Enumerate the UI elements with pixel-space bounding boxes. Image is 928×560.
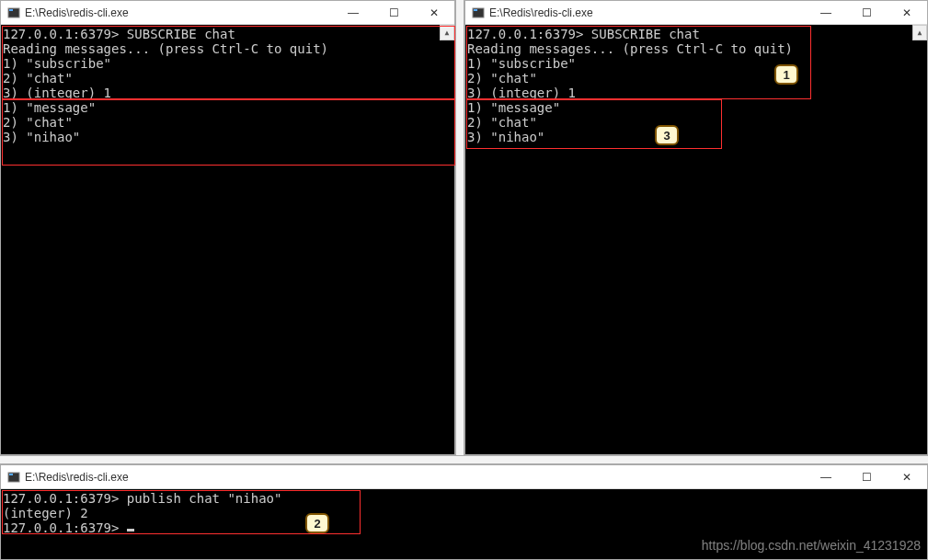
terminal-line: 2) "chat" — [467, 71, 925, 86]
terminal-output-right[interactable]: 127.0.0.1:6379> SUBSCRIBE chat Reading m… — [465, 25, 927, 454]
minimize-button[interactable]: — — [806, 465, 846, 488]
annotation-badge-2: 2 — [305, 513, 329, 533]
terminal-line: 1) "subscribe" — [3, 56, 453, 71]
svg-rect-1 — [9, 9, 13, 11]
terminal-line: 1) "subscribe" — [467, 56, 925, 71]
cursor-icon — [127, 529, 134, 531]
maximize-button[interactable]: ☐ — [846, 465, 887, 488]
annotation-badge-1: 1 — [774, 64, 798, 85]
terminal-line: 127.0.0.1:6379> publish chat "nihao" — [3, 491, 925, 506]
close-button[interactable]: ✕ — [887, 1, 927, 24]
terminal-line: Reading messages... (press Ctrl-C to qui… — [3, 41, 453, 56]
svg-rect-5 — [9, 474, 13, 475]
splitter-horizontal[interactable] — [0, 455, 928, 464]
minimize-button[interactable]: — — [333, 1, 373, 24]
terminal-output-left[interactable]: 127.0.0.1:6379> SUBSCRIBE chat Reading m… — [1, 25, 454, 454]
terminal-line: 2) "chat" — [3, 71, 453, 86]
terminal-line: 3) (integer) 1 — [467, 86, 925, 100]
terminal-line: 3) "nihao" — [467, 130, 925, 144]
terminal-line: 1) "message" — [467, 100, 925, 115]
terminal-line: Reading messages... (press Ctrl-C to qui… — [467, 41, 925, 56]
terminal-line: 127.0.0.1:6379> SUBSCRIBE chat — [467, 27, 925, 41]
app-icon — [6, 6, 21, 20]
terminal-line: (integer) 2 — [3, 506, 925, 520]
scroll-up-button[interactable]: ▲ — [440, 25, 454, 40]
maximize-button[interactable]: ☐ — [846, 1, 887, 24]
titlebar-left[interactable]: E:\Redis\redis-cli.exe — ☐ ✕ — [1, 1, 454, 25]
annotation-badge-3: 3 — [655, 125, 679, 145]
window-title: E:\Redis\redis-cli.exe — [489, 6, 806, 19]
window-controls: — ☐ ✕ — [806, 1, 927, 24]
terminal-window-left: E:\Redis\redis-cli.exe — ☐ ✕ 127.0.0.1:6… — [0, 0, 455, 455]
terminal-line: 127.0.0.1:6379> — [3, 520, 925, 535]
minimize-button[interactable]: — — [806, 1, 846, 24]
window-controls: — ☐ ✕ — [333, 1, 454, 24]
terminal-output-bottom[interactable]: 127.0.0.1:6379> publish chat "nihao" (in… — [1, 489, 927, 559]
window-title: E:\Redis\redis-cli.exe — [25, 6, 333, 19]
titlebar-right[interactable]: E:\Redis\redis-cli.exe — ☐ ✕ — [465, 1, 927, 25]
window-title: E:\Redis\redis-cli.exe — [25, 471, 806, 484]
terminal-line: 127.0.0.1:6379> SUBSCRIBE chat — [3, 27, 453, 41]
terminal-line: 3) (integer) 1 — [3, 86, 453, 100]
terminal-line: 1) "message" — [3, 100, 453, 115]
scroll-up-button[interactable]: ▲ — [912, 25, 927, 40]
app-icon — [6, 470, 21, 485]
close-button[interactable]: ✕ — [414, 1, 454, 24]
close-button[interactable]: ✕ — [887, 465, 927, 488]
app-icon — [471, 6, 486, 20]
terminal-line: 2) "chat" — [3, 115, 453, 130]
splitter-vertical[interactable] — [455, 0, 464, 455]
svg-rect-3 — [474, 9, 477, 11]
titlebar-bottom[interactable]: E:\Redis\redis-cli.exe — ☐ ✕ — [1, 465, 927, 489]
maximize-button[interactable]: ☐ — [373, 1, 414, 24]
window-controls: — ☐ ✕ — [806, 465, 927, 488]
terminal-window-right: E:\Redis\redis-cli.exe — ☐ ✕ 127.0.0.1:6… — [464, 0, 928, 455]
terminal-line: 3) "nihao" — [3, 130, 453, 144]
terminal-line: 2) "chat" — [467, 115, 925, 130]
terminal-window-bottom: E:\Redis\redis-cli.exe — ☐ ✕ 127.0.0.1:6… — [0, 464, 928, 560]
